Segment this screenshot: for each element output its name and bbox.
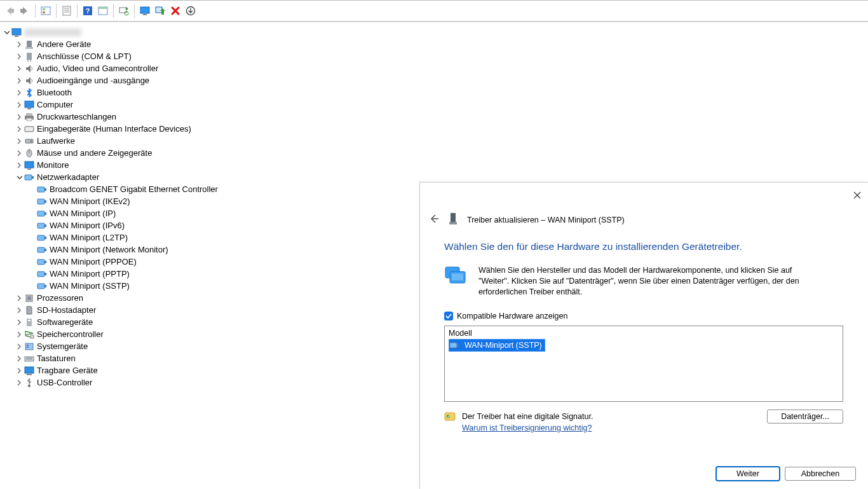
tree-item-label: Laufwerke (37, 135, 75, 147)
monitor-icon (24, 160, 34, 170)
update-driver-button[interactable] (117, 4, 131, 18)
panel-tree-icon (41, 6, 51, 16)
disable-device-button[interactable] (153, 4, 167, 18)
nav-back-button[interactable] (3, 4, 17, 18)
dialog-headline: Wählen Sie den für diese Hardware zu ins… (444, 241, 843, 252)
chevron-right-icon[interactable] (15, 101, 23, 109)
update-driver-dialog: Treiber aktualisieren – WAN Miniport (SS… (419, 182, 868, 489)
expander-none (28, 186, 36, 193)
chevron-right-icon[interactable] (15, 306, 23, 314)
tree-category-item[interactable]: Laufwerke (3, 135, 865, 147)
monitor-icon (24, 100, 34, 110)
ports-icon (24, 52, 34, 62)
svg-rect-25 (27, 108, 31, 109)
chevron-right-icon[interactable] (15, 379, 23, 387)
chevron-right-icon[interactable] (15, 113, 23, 121)
tree-category-item[interactable]: Eingabegeräte (Human Interface Devices) (3, 123, 865, 135)
svg-rect-61 (31, 335, 34, 338)
scan-hardware-button[interactable] (184, 4, 198, 18)
tree-category-item[interactable]: Audioeingänge und -ausgänge (3, 74, 865, 86)
why-signing-link[interactable]: Warum ist Treibersignierung wichtig? (462, 424, 592, 432)
chevron-right-icon[interactable] (15, 355, 23, 362)
svg-rect-13 (140, 7, 149, 13)
tree-item-label: Druckwarteschlangen (37, 111, 116, 123)
svg-rect-62 (25, 343, 33, 350)
tree-category-item[interactable]: Audio, Video und Gamecontroller (3, 62, 865, 74)
uninstall-device-button[interactable] (168, 4, 182, 18)
chevron-right-icon[interactable] (15, 65, 23, 72)
have-disk-button[interactable]: Datenträger... (767, 410, 843, 424)
computer-name-redacted (24, 29, 81, 36)
tree-item-label: Audio, Video und Gamecontroller (37, 62, 158, 74)
nav-forward-button[interactable] (18, 4, 32, 18)
chevron-right-icon[interactable] (15, 343, 23, 350)
tree-item-label: Prozessoren (37, 292, 83, 304)
checkbox-checked-icon (444, 312, 453, 320)
svg-rect-51 (37, 259, 44, 265)
expander-none (28, 246, 36, 254)
svg-rect-18 (15, 36, 18, 37)
disk-icon (24, 136, 34, 146)
tree-category-item[interactable]: Mäuse und andere Zeigegeräte (3, 147, 865, 159)
tree-item-label: Speichercontroller (37, 328, 104, 340)
chevron-right-icon[interactable] (15, 294, 23, 302)
svg-rect-58 (27, 296, 31, 300)
arrow-left-icon (4, 6, 15, 16)
svg-rect-56 (44, 285, 46, 287)
tree-category-item[interactable]: Computer (3, 99, 865, 111)
dialog-info-text: Wählen Sie den Hersteller und das Modell… (478, 265, 809, 298)
tree-category-item[interactable]: Bluetooth (3, 86, 865, 99)
other-icon (24, 39, 34, 50)
list-header: Modell (449, 327, 839, 339)
dialog-close-button[interactable] (851, 189, 864, 202)
chevron-right-icon[interactable] (15, 367, 23, 375)
update-driver-icon (119, 6, 129, 16)
x-red-icon (170, 6, 180, 16)
svg-rect-26 (26, 113, 32, 116)
chevron-right-icon[interactable] (15, 41, 23, 48)
cancel-button[interactable]: Abbrechen (785, 467, 856, 481)
tree-item-label: USB-Controller (37, 376, 92, 389)
chevron-down-icon[interactable] (3, 29, 10, 36)
help-button[interactable]: ? (81, 4, 95, 18)
net-icon (37, 269, 47, 279)
tree-category-item[interactable]: Druckwarteschlangen (3, 111, 865, 123)
model-list-item-selected[interactable]: WAN-Miniport (SSTP) (449, 339, 545, 352)
compatible-hardware-checkbox[interactable]: Kompatible Hardware anzeigen (444, 312, 843, 320)
tree-item-label: Netzwerkadapter (37, 171, 99, 183)
model-listbox[interactable]: Modell WAN-Miniport (SSTP) (444, 326, 843, 402)
chevron-right-icon[interactable] (15, 53, 23, 60)
tree-item-label: Monitore (37, 159, 69, 171)
tree-category-item[interactable]: Andere Geräte (3, 38, 865, 50)
tree-item-label: WAN Miniport (Network Monitor) (50, 244, 168, 256)
svg-rect-1 (43, 8, 45, 10)
svg-rect-47 (37, 235, 44, 240)
chevron-right-icon[interactable] (15, 77, 23, 85)
show-hide-tree-button[interactable] (39, 4, 53, 18)
svg-rect-80 (445, 413, 455, 420)
tree-category-item[interactable]: Monitore (3, 159, 865, 171)
chevron-right-icon[interactable] (15, 149, 23, 157)
svg-rect-74 (449, 222, 457, 224)
chevron-right-icon[interactable] (15, 137, 23, 145)
storage-icon (24, 329, 34, 340)
chevron-right-icon[interactable] (15, 125, 23, 133)
tree-item-label: Andere Geräte (37, 38, 91, 50)
chevron-right-icon[interactable] (15, 162, 23, 169)
next-button[interactable]: Weiter (716, 467, 780, 481)
action-button[interactable] (96, 4, 110, 18)
chevron-right-icon[interactable] (15, 331, 23, 338)
chevron-right-icon[interactable] (15, 319, 23, 326)
chevron-down-icon[interactable] (15, 174, 23, 181)
dialog-back-button[interactable] (429, 214, 439, 226)
driver-signature-section: Der Treiber hat eine digitale Signatur. … (462, 411, 593, 434)
svg-rect-17 (12, 29, 21, 35)
monitor-enable-icon (140, 6, 150, 16)
enable-device-button[interactable] (138, 4, 152, 18)
chevron-right-icon[interactable] (15, 89, 23, 97)
tree-root-item[interactable] (3, 26, 865, 38)
svg-rect-68 (25, 367, 34, 373)
tree-category-item[interactable]: Anschlüsse (COM & LPT) (3, 50, 865, 62)
svg-rect-30 (25, 127, 33, 131)
properties-button[interactable] (60, 4, 74, 18)
